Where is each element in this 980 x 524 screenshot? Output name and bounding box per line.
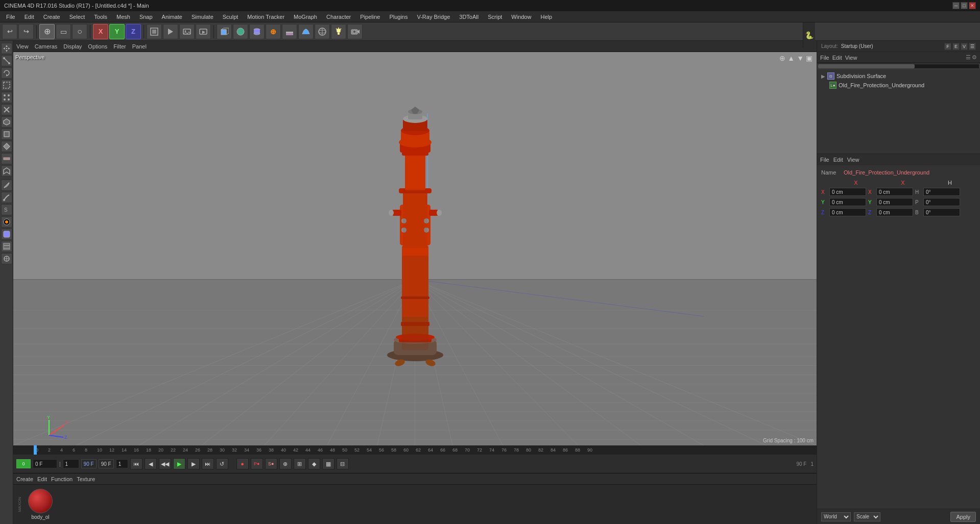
paint-tool-button[interactable] — [1, 229, 12, 240]
menu-edit[interactable]: Edit — [20, 13, 38, 21]
viewport-menu-display[interactable]: Display — [63, 43, 82, 49]
material-thumbnail-body[interactable] — [28, 489, 53, 513]
apply-button[interactable]: Apply — [950, 512, 976, 522]
menu-vray[interactable]: V-Ray Bridge — [413, 13, 454, 21]
props-pos-x[interactable] — [829, 188, 866, 196]
menu-script[interactable]: Script — [484, 13, 506, 21]
mat-menu-texture[interactable]: Texture — [77, 476, 95, 482]
rotate-tool-button[interactable] — [1, 67, 12, 79]
viewport-menu-filter[interactable]: Filter — [113, 43, 126, 49]
props-pos-y[interactable] — [829, 198, 866, 206]
right-panel-icons-button[interactable]: ☰ — [969, 43, 976, 50]
brush-tool-button[interactable] — [1, 192, 12, 203]
menu-window[interactable]: Window — [507, 13, 535, 21]
scene-menu-view[interactable]: View — [845, 55, 857, 61]
render-region-button[interactable] — [147, 24, 162, 39]
menu-help[interactable]: Help — [536, 13, 556, 21]
menu-3dtoall[interactable]: 3DToAll — [455, 13, 483, 21]
select-tool-button[interactable] — [1, 80, 12, 91]
menu-plugins[interactable]: Plugins — [385, 13, 412, 21]
menu-snap[interactable]: Snap — [135, 13, 157, 21]
scene-menu-edit[interactable]: Edit — [832, 55, 842, 61]
points-mode-button[interactable] — [1, 92, 12, 103]
live-selection-button[interactable]: ⊕ — [39, 24, 55, 39]
floor-button[interactable] — [282, 24, 297, 39]
light-button[interactable] — [331, 24, 346, 39]
transform-mode-select[interactable]: Scale Move Rotate — [854, 512, 880, 521]
go-to-start-button[interactable]: ⏮ — [130, 458, 142, 469]
object-mode-button[interactable] — [1, 141, 12, 152]
right-panel-view-button[interactable]: V — [961, 43, 968, 50]
props-menu-view[interactable]: View — [847, 157, 859, 163]
menu-animate[interactable]: Animate — [158, 13, 186, 21]
viewport-menu-view[interactable]: View — [16, 43, 29, 49]
menu-tools[interactable]: Tools — [90, 13, 111, 21]
props-scale-p[interactable] — [923, 198, 960, 206]
prev-frame-button[interactable]: ◀ — [145, 458, 157, 469]
material-item-body[interactable]: body_ol — [28, 489, 53, 520]
layer-tool-button[interactable] — [1, 241, 12, 252]
redo-button[interactable]: ↪ — [18, 24, 34, 39]
close-button[interactable]: ✕ — [969, 2, 976, 9]
right-panel-edit-button[interactable]: E — [952, 43, 960, 50]
move-tool-button[interactable] — [1, 43, 12, 54]
tree-item-fire-hydrant[interactable]: L● Old_Fire_Protection_Underground — [819, 81, 978, 90]
viewport[interactable]: Perspective Grid Spacing : 100 cm X Y Z — [13, 52, 817, 445]
record-scale-button[interactable]: S● — [265, 458, 277, 469]
material-tool-button[interactable] — [1, 216, 12, 228]
model-mode-button[interactable] — [1, 129, 12, 140]
current-frame-input[interactable] — [33, 459, 57, 468]
maximize-button[interactable]: □ — [961, 2, 968, 9]
viewport-down-icon[interactable]: ▼ — [797, 54, 804, 62]
props-menu-file[interactable]: File — [820, 157, 829, 163]
workplane-button[interactable] — [1, 165, 12, 177]
autokey-button[interactable]: ⊞ — [294, 458, 306, 469]
sky-button[interactable] — [298, 24, 314, 39]
knife-tool-button[interactable] — [1, 180, 12, 191]
texture-mode-button[interactable] — [1, 153, 12, 164]
fps-input[interactable] — [116, 459, 128, 468]
cylinder-button[interactable] — [249, 24, 265, 39]
camera-button[interactable] — [347, 24, 363, 39]
circle-selection-button[interactable]: ○ — [72, 24, 87, 39]
menu-file[interactable]: File — [2, 13, 19, 21]
render-picture-button[interactable] — [179, 24, 195, 39]
menu-mesh[interactable]: Mesh — [112, 13, 134, 21]
viewport-menu-cameras[interactable]: Cameras — [35, 43, 58, 49]
props-pos-z[interactable] — [829, 208, 866, 216]
environment-button[interactable] — [315, 24, 330, 39]
viewport-menu-panel[interactable]: Panel — [132, 43, 147, 49]
menu-select[interactable]: Select — [65, 13, 89, 21]
sphere-button[interactable] — [233, 24, 248, 39]
cube-button[interactable] — [217, 24, 232, 39]
undo-button[interactable]: ↩ — [2, 24, 17, 39]
viewport-up-icon[interactable]: ▲ — [787, 54, 795, 62]
play-reverse-button[interactable]: ◀◀ — [159, 458, 171, 469]
loop-button[interactable]: ↺ — [216, 458, 228, 469]
start-frame-input[interactable] — [63, 459, 79, 468]
mat-menu-function[interactable]: Function — [51, 476, 73, 482]
viewport-settings-icon[interactable]: ▣ — [806, 54, 812, 62]
props-scale-b[interactable] — [923, 208, 960, 216]
menu-motion-tracker[interactable]: Motion Tracker — [243, 13, 289, 21]
scene-settings-icon[interactable]: ⚙ — [972, 54, 977, 61]
null-button[interactable]: ⊕ — [266, 24, 281, 39]
go-to-end-button[interactable]: ⏭ — [202, 458, 214, 469]
menu-mograph[interactable]: MoGraph — [290, 13, 321, 21]
mat-menu-edit[interactable]: Edit — [37, 476, 47, 482]
scene-panel-scrollbar[interactable] — [818, 64, 979, 68]
y-axis-button[interactable]: Y — [109, 24, 125, 39]
menu-create[interactable]: Create — [39, 13, 64, 21]
python-panel-button[interactable]: 🐍 — [803, 22, 815, 48]
coord-system-select[interactable]: World Object Camera — [821, 512, 851, 521]
props-scale-h[interactable] — [923, 188, 960, 196]
polygon-mode-button[interactable] — [1, 116, 12, 128]
right-panel-file-button[interactable]: F — [944, 43, 951, 50]
edges-mode-button[interactable] — [1, 104, 12, 115]
timeline-settings-button[interactable]: ⊟ — [337, 458, 349, 469]
render-to-team-button[interactable] — [196, 24, 211, 39]
props-rot-y[interactable] — [876, 198, 913, 206]
record-active-button[interactable]: ● — [236, 458, 249, 469]
viewport-menu-options[interactable]: Options — [88, 43, 107, 49]
mat-menu-create[interactable]: Create — [16, 476, 33, 482]
